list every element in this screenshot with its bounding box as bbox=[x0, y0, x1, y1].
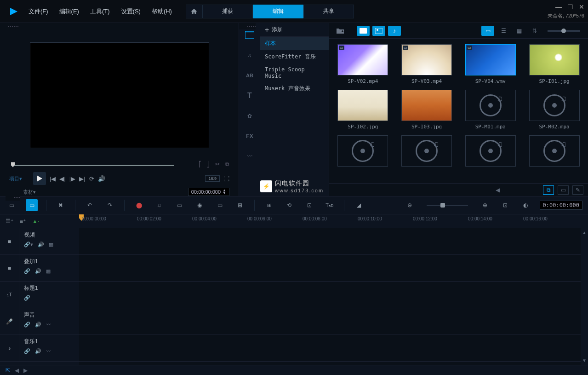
media-item[interactable]: SP-I01.jpg bbox=[526, 44, 582, 84]
mode-project-button[interactable]: 项目▾ bbox=[9, 175, 22, 182]
menu-help[interactable]: 帮助(H) bbox=[152, 7, 172, 16]
collapse-tree-button[interactable]: ◀ bbox=[496, 187, 500, 193]
track-button[interactable]: ⊡ bbox=[303, 199, 315, 211]
fade-button[interactable]: 〰 bbox=[46, 348, 51, 354]
mute-button[interactable]: 🔊 bbox=[35, 322, 41, 328]
link-button[interactable]: 🔗 bbox=[24, 322, 30, 328]
reverse-button[interactable]: ⟲ bbox=[283, 199, 295, 211]
track-add-button[interactable]: ☰⁺ bbox=[6, 218, 13, 225]
timeline-ruler[interactable]: 00:00:00:0000:00:02:0000:00:04:0000:00:0… bbox=[79, 214, 588, 228]
mark-in-icon[interactable]: ⎡ bbox=[199, 161, 201, 167]
lock-button[interactable]: ▩ bbox=[49, 242, 53, 248]
next-frame-button[interactable]: |▶ bbox=[69, 175, 75, 182]
preview-timecode[interactable]: 00:00:00:000 ▲▼ bbox=[188, 188, 229, 196]
media-item[interactable]: ▭SP-V02.mp4 bbox=[335, 44, 391, 84]
lib-tab-transition[interactable]: AB bbox=[243, 70, 256, 81]
thumb-size-slider[interactable] bbox=[548, 30, 580, 32]
track-manage-button[interactable]: ≡⁺ bbox=[20, 218, 26, 225]
footer-view1-button[interactable]: ⧉ bbox=[543, 185, 554, 195]
track-video[interactable]: ■ 视频 🔗▾ 🔊 ▩ bbox=[0, 228, 79, 255]
home-button[interactable]: |◀ bbox=[50, 175, 56, 182]
lib-tab-fx[interactable]: FX bbox=[243, 131, 256, 142]
tree-triplescoop[interactable]: Triple Scoop Music bbox=[260, 63, 329, 82]
loop-button[interactable]: ⟳ bbox=[89, 175, 94, 182]
lib-tab-sound[interactable]: ♫ bbox=[243, 50, 256, 61]
preview-viewport[interactable] bbox=[30, 42, 209, 148]
mute-button[interactable]: 🔊 bbox=[38, 242, 44, 248]
undo-button[interactable]: ↶ bbox=[84, 199, 96, 211]
filter-video-button[interactable] bbox=[357, 26, 370, 36]
end-button[interactable]: ▶| bbox=[79, 175, 85, 182]
media-item[interactable] bbox=[399, 135, 455, 169]
media-item[interactable]: ▭SP-V03.mp4 bbox=[399, 44, 455, 84]
tree-sample[interactable]: 样本 bbox=[260, 37, 329, 50]
footer-edit-button[interactable]: ✎ bbox=[572, 185, 583, 195]
media-item[interactable] bbox=[526, 135, 582, 169]
chroma-button[interactable]: ◢ bbox=[353, 199, 365, 211]
tab-share[interactable]: 共享 bbox=[303, 5, 354, 18]
link-button[interactable]: 🔗 bbox=[24, 348, 30, 354]
link-button[interactable]: 🔗 bbox=[24, 268, 30, 274]
filter-audio-button[interactable]: ♪ bbox=[388, 26, 401, 36]
mute-button[interactable]: 🔊 bbox=[35, 348, 41, 354]
drag-handle[interactable] bbox=[0, 23, 239, 29]
link-button[interactable]: 🔗 bbox=[24, 295, 30, 301]
add-folder-button[interactable]: +添加 bbox=[260, 23, 329, 37]
speed-button[interactable]: ≋ bbox=[263, 199, 275, 211]
scroll-up-button[interactable]: ▲ bbox=[582, 230, 587, 235]
fit-button[interactable]: ⊡ bbox=[499, 199, 511, 211]
scrub-marker-icon[interactable] bbox=[11, 162, 15, 167]
track-voice[interactable]: 🎤 声音 🔗 🔊 〰 bbox=[0, 308, 79, 335]
timer-button[interactable]: ◐ bbox=[519, 199, 531, 211]
drag-handle[interactable] bbox=[6, 194, 20, 201]
tree-muserk[interactable]: Muserk 声音效果 bbox=[260, 82, 329, 95]
track-music[interactable]: ♪ 音乐1 🔗 🔊 〰 bbox=[0, 335, 79, 362]
lock-button[interactable]: ▩ bbox=[46, 268, 51, 274]
lib-tab-title[interactable]: T bbox=[243, 90, 256, 101]
link-button[interactable]: 🔗▾ bbox=[24, 242, 33, 248]
scroll-right-button[interactable]: ▶ bbox=[23, 367, 28, 374]
tree-scorefitter[interactable]: ScoreFitter 音乐 bbox=[260, 50, 329, 63]
zoom-out-button[interactable]: ⊖ bbox=[404, 199, 416, 211]
scroll-left-button[interactable]: ◀ bbox=[15, 367, 19, 374]
mute-button[interactable]: 🔊 bbox=[35, 268, 41, 274]
view-thumb-button[interactable]: ▭ bbox=[481, 26, 494, 36]
timeline-view-button[interactable]: ▭ bbox=[26, 199, 38, 211]
filter-image-button[interactable] bbox=[372, 26, 385, 36]
multi-trim-button[interactable]: ⊞ bbox=[234, 199, 246, 211]
tab-capture[interactable]: 捕获 bbox=[202, 5, 253, 18]
3d-title-button[interactable]: T₃ᴅ bbox=[324, 199, 336, 211]
tab-home[interactable] bbox=[186, 5, 202, 18]
tool-button[interactable]: ✖ bbox=[55, 199, 67, 211]
mode-clip-button[interactable]: 素材▾ bbox=[23, 189, 36, 196]
tab-edit[interactable]: 编辑 bbox=[253, 5, 303, 18]
aspect-badge[interactable]: 16:9 bbox=[205, 175, 220, 182]
play-button[interactable] bbox=[33, 172, 46, 185]
expand-button[interactable]: ⇱ bbox=[6, 367, 10, 374]
track-title[interactable]: ₁T 标题1 🔗 bbox=[0, 282, 79, 308]
media-item[interactable]: SP-M02.mpa bbox=[526, 90, 582, 130]
track-overlay[interactable]: ■ 叠加1 🔗 🔊 ▩ bbox=[0, 255, 79, 282]
zoom-slider[interactable] bbox=[427, 205, 468, 206]
lib-tab-media[interactable] bbox=[243, 29, 256, 40]
lib-tab-path[interactable]: 〰 bbox=[243, 151, 256, 162]
media-item[interactable]: SP-I02.jpg bbox=[335, 90, 391, 130]
menu-file[interactable]: 文件(F) bbox=[29, 7, 48, 16]
prev-frame-button[interactable]: ◀| bbox=[59, 175, 65, 182]
view-grid-button[interactable]: ▦ bbox=[513, 26, 525, 36]
record-button[interactable]: ⬤ bbox=[133, 199, 145, 211]
scrub-bar[interactable] bbox=[11, 165, 174, 166]
media-item[interactable]: SP-M01.mpa bbox=[462, 90, 519, 130]
timeline-lanes[interactable] bbox=[79, 228, 581, 365]
media-item[interactable]: SP-I03.jpg bbox=[399, 90, 455, 130]
zoom-in-button[interactable]: ⊕ bbox=[479, 199, 491, 211]
scroll-down-button[interactable]: ▼ bbox=[582, 358, 587, 363]
auto-music-button[interactable]: ▭ bbox=[173, 199, 185, 211]
minimize-button[interactable]: — bbox=[555, 3, 562, 11]
cut-icon[interactable]: ✂ bbox=[215, 161, 220, 167]
maximize-button[interactable]: ☐ bbox=[567, 3, 573, 11]
mark-out-icon[interactable]: ⎦ bbox=[207, 161, 210, 167]
timeline-timecode[interactable]: 0:00:00:000 bbox=[540, 201, 582, 210]
motion-button[interactable]: ◉ bbox=[194, 199, 206, 211]
close-button[interactable]: ✕ bbox=[579, 3, 584, 11]
